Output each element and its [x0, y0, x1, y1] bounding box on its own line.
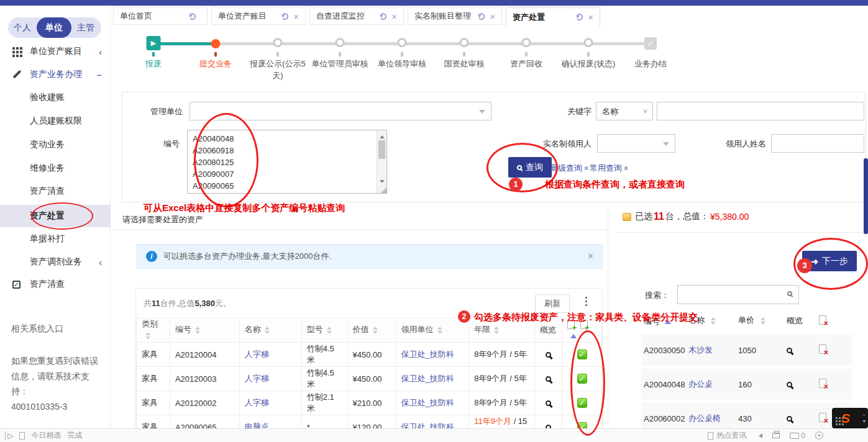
selected-code: A20040048 — [641, 379, 688, 390]
realname-user-select[interactable] — [597, 134, 675, 153]
info-message: 可以挑选多台资产办理业务,最大支持2000台件. — [163, 251, 331, 262]
selected-name-link[interactable]: 木沙发 — [688, 345, 713, 354]
sort-icon — [327, 324, 332, 336]
col-header-model[interactable]: 型号 — [301, 318, 347, 343]
remove-file-icon[interactable] — [819, 379, 826, 388]
support-note: 如果您重复遇到该错误信息，请联系技术支持： 4001010335-3 — [11, 353, 104, 414]
selected-name-link[interactable]: 办公桌 — [688, 379, 713, 389]
tab-unit-asset-ledger[interactable]: 单位资产账目 × — [211, 7, 306, 25]
chevron-down-icon — [663, 142, 669, 149]
preview-icon[interactable] — [787, 382, 792, 387]
close-icon[interactable]: × — [588, 251, 593, 262]
tab-realname-ledger[interactable]: 实名制账目整理 × — [408, 7, 502, 25]
switch-unit[interactable]: 单位 — [37, 17, 71, 38]
scroll-up-icon[interactable] — [380, 133, 385, 138]
today-pick-label[interactable]: 今日精选 — [31, 430, 61, 441]
sidebar-item-label: 资产清查 — [30, 279, 65, 290]
col-header-unit[interactable]: 领用单位 — [396, 318, 469, 343]
preview-icon[interactable] — [546, 376, 551, 382]
scroll-thumb[interactable] — [378, 140, 385, 159]
remove-file-icon[interactable] — [819, 413, 826, 422]
selected-name-link[interactable]: 办公桌椅 — [688, 413, 721, 423]
ime-counter[interactable]: 0 — [790, 431, 805, 440]
sort-icon — [761, 315, 765, 327]
unit-link[interactable]: 保卫处_技防科 — [401, 350, 454, 359]
sidebar-item-asset-inventory[interactable]: ✓ 资产清查 — [0, 276, 111, 293]
annotation-query-hint: 根据查询条件查询，或者直接查询 — [545, 179, 685, 191]
close-icon[interactable]: × — [490, 12, 495, 21]
tab-bar: 单位首页 单位资产账目 × 自查进度监控 × 实名制账目整理 × 资产处置 × — [112, 6, 868, 25]
play-icon[interactable]: ▷ — [5, 431, 13, 440]
refresh-icon[interactable] — [380, 13, 386, 20]
page-scrollbar-thumb[interactable] — [864, 158, 868, 234]
sort-icon — [373, 324, 378, 336]
ime-controls[interactable]: −▾ — [862, 412, 866, 424]
user-name-input[interactable] — [771, 134, 864, 153]
tab-unit-home[interactable]: 单位首页 — [113, 7, 208, 25]
close-icon[interactable]: × — [391, 12, 397, 21]
refresh-icon[interactable] — [281, 13, 288, 20]
close-icon[interactable]: × — [293, 12, 299, 21]
switch-supervisor[interactable]: 主管 — [71, 22, 100, 34]
tab-underline — [112, 6, 868, 6]
pencil-icon — [13, 71, 21, 79]
common-query-link[interactable]: 常用查询 « — [590, 163, 628, 174]
col-header-category[interactable]: 类别 — [137, 318, 170, 343]
sidebar-item-repair-business[interactable]: 维修业务 — [0, 160, 111, 177]
asset-name-link[interactable]: 人字梯 — [245, 374, 269, 383]
col-header-code[interactable]: 编号 — [170, 318, 239, 343]
remove-all-files-icon[interactable] — [819, 315, 826, 325]
col-header-price[interactable]: 单价 — [738, 315, 787, 327]
manage-unit-label: 管理单位 — [135, 106, 183, 117]
speaker-icon[interactable] — [756, 433, 762, 438]
sidebar-item-asset-check[interactable]: 资产清查 — [0, 183, 111, 200]
refresh-icon[interactable] — [478, 13, 485, 20]
unit-link[interactable]: 保卫处_技防科 — [401, 374, 454, 383]
scroll-down-icon[interactable] — [380, 180, 385, 186]
refresh-icon[interactable] — [576, 14, 583, 20]
table-row: 家具 A20120002 人字梯 竹制2.1米 ¥210.00 保卫处_技防科 … — [137, 391, 602, 415]
asset-name-link[interactable]: 人字梯 — [245, 350, 269, 359]
sidebar-item-reprint[interactable]: 单据补打 — [0, 230, 111, 248]
preview-icon[interactable] — [546, 400, 551, 406]
tab-label: 单位资产账目 — [218, 11, 281, 22]
sidebar-item-unit-asset-ledger[interactable]: 单位资产账目 ‹ — [0, 43, 111, 60]
sidebar-item-asset-transfer[interactable]: 资产调剂业务 ‹ — [0, 253, 111, 271]
unit-link[interactable]: 保卫处_技防科 — [401, 398, 454, 407]
refresh-button[interactable]: 刷新 — [535, 294, 570, 313]
done-label[interactable]: 完成 — [67, 430, 82, 441]
preview-icon[interactable] — [787, 416, 792, 422]
remove-file-icon[interactable] — [819, 345, 826, 354]
col-header-value[interactable]: 价值 — [347, 318, 396, 343]
printer-icon[interactable] — [772, 433, 780, 438]
col-header-name[interactable]: 名称 — [239, 318, 301, 343]
document-icon[interactable] — [19, 432, 25, 440]
drag-grid-icon[interactable] — [836, 417, 838, 419]
preview-icon[interactable] — [546, 352, 551, 358]
workspace-switch: 个人 单位 主管 — [8, 17, 101, 38]
info-icon: i — [146, 251, 157, 262]
switch-personal[interactable]: 个人 — [8, 22, 37, 34]
close-icon[interactable]: × — [588, 12, 593, 22]
preview-icon[interactable] — [787, 348, 792, 353]
asset-name-link[interactable]: 人字梯 — [245, 398, 269, 407]
hot-news-item[interactable]: 热点资讯 — [708, 430, 746, 441]
plus-circle-icon[interactable]: + — [815, 431, 823, 440]
textarea-scrollbar[interactable] — [377, 130, 386, 193]
sidebar-item-acceptance[interactable]: 验收建账 — [0, 89, 111, 106]
tab-asset-disposal[interactable]: 资产处置 × — [506, 7, 600, 27]
remove-all-icon-cell[interactable] — [819, 315, 850, 327]
refresh-icon[interactable] — [189, 13, 196, 20]
ime-panel[interactable]: S −▾ — [832, 408, 868, 428]
tab-label: 实名制账目整理 — [414, 11, 478, 22]
search-input[interactable] — [677, 285, 799, 304]
sidebar-item-asset-business[interactable]: 资产业务办理 − — [0, 66, 111, 83]
tab-self-check-monitor[interactable]: 自查进度监控 × — [309, 7, 404, 25]
resize-grip-icon[interactable] — [381, 187, 386, 193]
sidebar-item-label: 资产调剂业务 — [30, 256, 82, 268]
keyword-input[interactable] — [657, 102, 864, 120]
keyword-type-select[interactable]: 名称 ˅ — [596, 102, 653, 120]
sidebar-item-personnel-rights[interactable]: 人员建账权限 — [0, 112, 111, 130]
sidebar-item-change-business[interactable]: 变动业务 — [0, 136, 111, 153]
more-menu-icon[interactable] — [585, 297, 587, 299]
